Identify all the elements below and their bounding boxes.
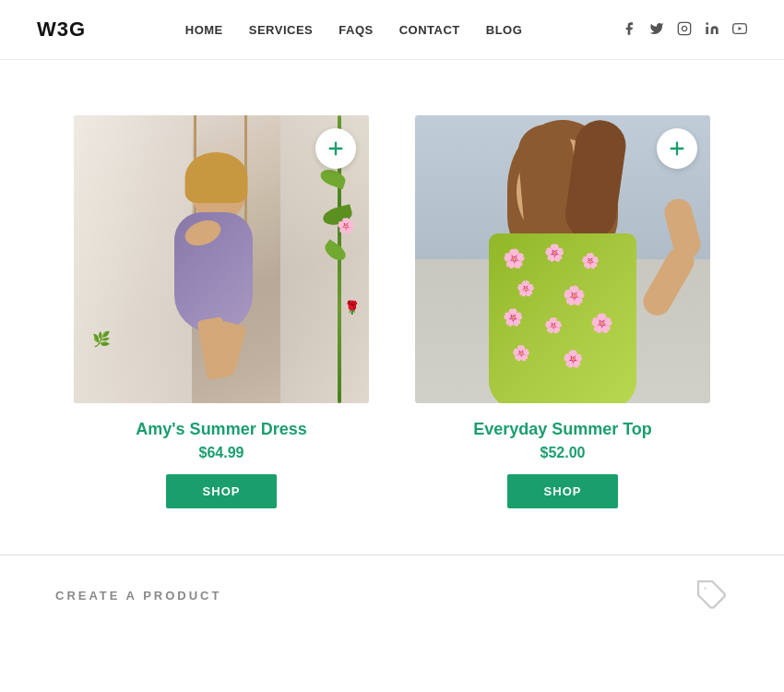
nav-contact[interactable]: CONTACT [399,23,460,37]
product-image-wrapper-2: 🌸 🌸 🌸 🌸 🌸 🌸 🌸 🌸 🌸 🌸 [415,115,710,403]
create-product-label: CREATE A PRODUCT [55,589,221,603]
nav-services[interactable]: SERVICES [249,23,314,37]
svg-marker-4 [738,26,742,30]
facebook-icon[interactable] [622,21,636,39]
add-to-cart-button-2[interactable] [657,128,697,169]
product-price-1: $64.99 [199,445,244,461]
main-content: 🌸 🌹 🌿 [0,60,784,508]
instagram-icon[interactable] [677,21,692,39]
product-card-2: 🌸 🌸 🌸 🌸 🌸 🌸 🌸 🌸 🌸 🌸 [415,115,710,508]
social-icons-group [622,21,747,39]
youtube-icon[interactable] [732,21,747,39]
product-title-2: Everyday Summer Top [473,420,652,439]
main-nav: HOME SERVICES FAQS CONTACT BLOG [185,23,523,37]
nav-blog[interactable]: BLOG [486,23,523,37]
logo: W3G [37,18,86,42]
nav-home[interactable]: HOME [185,23,223,37]
header: W3G HOME SERVICES FAQS CONTACT BLOG [0,0,784,60]
twitter-icon[interactable] [649,21,664,39]
svg-rect-2 [706,27,708,34]
product-price-2: $52.00 [540,445,586,461]
create-product-section: CREATE A PRODUCT [0,555,784,635]
svg-point-3 [706,22,708,25]
add-to-cart-button-1[interactable] [315,128,356,169]
tag-icon [695,579,729,612]
product-title-1: Amy's Summer Dress [136,420,306,439]
linkedin-icon[interactable] [705,21,719,39]
shop-button-2[interactable]: SHOP [507,474,619,508]
svg-rect-0 [678,22,690,34]
product-image-wrapper-1: 🌸 🌹 🌿 [74,115,369,403]
products-grid: 🌸 🌹 🌿 [55,115,729,508]
shop-button-1[interactable]: SHOP [166,474,278,508]
nav-faqs[interactable]: FAQS [339,23,373,37]
product-card-1: 🌸 🌹 🌿 [74,115,369,508]
